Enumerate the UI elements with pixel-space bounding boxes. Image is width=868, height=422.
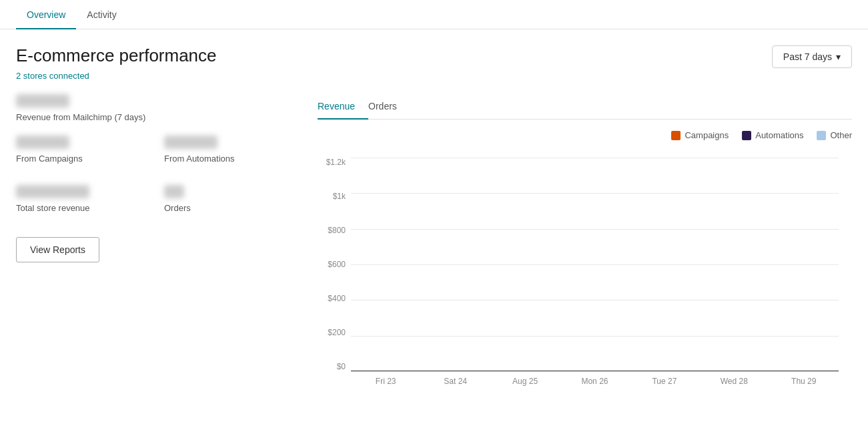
total-store-revenue-label: Total store revenue <box>16 203 148 213</box>
stores-connected-label: 2 stores connected <box>16 71 852 81</box>
x-label-mon26: Mon 26 <box>560 377 629 386</box>
date-filter-button[interactable]: Past 7 days ▾ <box>772 45 852 68</box>
x-label-sat24: Sat 24 <box>420 377 490 386</box>
y-label-2: $800 <box>328 226 346 235</box>
legend-automations: Automations <box>742 130 803 140</box>
date-filter-label: Past 7 days <box>783 51 832 62</box>
tab-revenue[interactable]: Revenue <box>318 94 368 120</box>
orders-metric: Orders <box>164 185 296 224</box>
y-label-3: $600 <box>328 260 346 269</box>
campaigns-value <box>16 136 69 149</box>
other-legend-dot <box>817 131 826 140</box>
x-label-wed28: Wed 28 <box>699 377 769 386</box>
total-revenue-value <box>16 94 69 108</box>
header-row: E-commerce performance Past 7 days ▾ <box>16 45 852 68</box>
chart-area: $1.2k $1k $800 $600 $400 $200 $0 <box>318 151 852 398</box>
nav-item-activity[interactable]: Activity <box>76 0 127 29</box>
bars-container <box>351 158 839 371</box>
x-label-tue27: Tue 27 <box>630 377 699 386</box>
y-label-5: $200 <box>328 328 346 337</box>
nav-item-overview[interactable]: Overview <box>16 0 76 29</box>
content-area: Revenue from Mailchimp (7 days) From Cam… <box>16 94 852 398</box>
tab-orders[interactable]: Orders <box>368 94 410 120</box>
metrics-grid: From Campaigns From Automations Total st… <box>16 136 296 234</box>
page-title-group: E-commerce performance <box>16 45 217 66</box>
view-reports-button[interactable]: View Reports <box>16 237 99 262</box>
orders-label: Orders <box>164 203 296 213</box>
main-content: E-commerce performance Past 7 days ▾ 2 s… <box>0 29 868 398</box>
y-axis: $1.2k $1k $800 $600 $400 $200 $0 <box>318 158 351 371</box>
automations-metric: From Automations <box>164 136 296 174</box>
automations-legend-dot <box>742 131 751 140</box>
chart-tabs: Revenue Orders <box>318 94 852 120</box>
top-navigation: Overview Activity <box>0 0 868 29</box>
chevron-down-icon: ▾ <box>836 51 841 62</box>
right-panel: Revenue Orders Campaigns Automations Oth… <box>318 94 852 398</box>
campaigns-label: From Campaigns <box>16 154 148 164</box>
page-title: E-commerce performance <box>16 45 217 66</box>
x-axis: Fri 23 Sat 24 Aug 25 Mon 26 Tue 27 Wed 2… <box>351 371 839 398</box>
automations-legend-label: Automations <box>755 130 803 140</box>
legend-other: Other <box>817 130 852 140</box>
campaigns-legend-dot <box>671 131 681 140</box>
revenue-from-label: Revenue from Mailchimp (7 days) <box>16 112 296 122</box>
campaigns-legend-label: Campaigns <box>685 130 729 140</box>
left-panel: Revenue from Mailchimp (7 days) From Cam… <box>16 94 296 398</box>
legend-campaigns: Campaigns <box>671 130 729 140</box>
y-label-0: $1.2k <box>326 158 346 167</box>
automations-label: From Automations <box>164 154 296 164</box>
campaigns-metric: From Campaigns <box>16 136 148 174</box>
chart-legend: Campaigns Automations Other <box>318 130 852 140</box>
automations-value <box>164 136 218 149</box>
x-label-thu29: Thu 29 <box>769 377 839 386</box>
x-label-fri23: Fri 23 <box>351 377 420 386</box>
orders-value <box>164 185 184 198</box>
x-label-aug25: Aug 25 <box>490 377 560 386</box>
y-label-4: $400 <box>328 294 346 303</box>
other-legend-label: Other <box>830 130 852 140</box>
total-store-revenue-value <box>16 185 89 198</box>
y-label-6: $0 <box>337 362 346 371</box>
total-store-revenue-metric: Total store revenue <box>16 185 148 224</box>
y-label-1: $1k <box>333 192 346 201</box>
